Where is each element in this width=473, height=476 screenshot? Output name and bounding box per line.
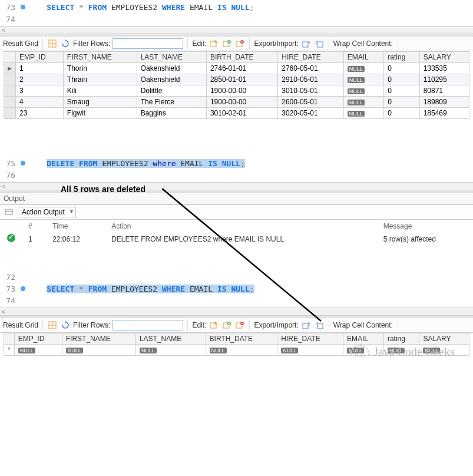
column-header[interactable]: SALARY	[419, 333, 469, 345]
cell[interactable]: NULL	[62, 345, 135, 356]
cell[interactable]: 1900-00-00	[206, 97, 277, 108]
code-line[interactable]: 73 SELECT * FROM EMPLOYEES2 WHERE EMAIL …	[0, 283, 473, 295]
cell[interactable]: Kili	[63, 85, 137, 97]
export-icon[interactable]	[301, 38, 312, 49]
cell[interactable]: 3	[16, 85, 64, 97]
cell[interactable]: Smaug	[63, 97, 137, 108]
table-row[interactable]: 3KiliDolittle1900-00-003010-05-01NULL080…	[4, 85, 469, 97]
sql-editor-2[interactable]: 75 DELETE FROM EMPLOYEES2 where EMAIL IS…	[0, 156, 473, 182]
table-row[interactable]: 4SmaugThe Fierce1900-00-002600-05-01NULL…	[4, 97, 469, 108]
column-header[interactable]: rating	[383, 333, 419, 345]
cell[interactable]: Figwit	[63, 108, 137, 119]
column-header[interactable]: EMAIL	[343, 52, 384, 63]
delete-row-icon[interactable]	[234, 320, 245, 330]
cell[interactable]: 0	[384, 85, 419, 97]
code-line[interactable]: 75 DELETE FROM EMPLOYEES2 where EMAIL IS…	[0, 157, 473, 169]
delete-row-icon[interactable]	[234, 38, 245, 49]
grid-view-icon[interactable]	[47, 320, 58, 330]
cell[interactable]: 185469	[419, 108, 469, 119]
cell[interactable]: NULL	[343, 74, 384, 85]
cell[interactable]: NULL	[343, 63, 384, 74]
code-line[interactable]: 72	[0, 271, 473, 283]
cell[interactable]: 2746-01-01	[206, 63, 277, 74]
cell[interactable]: 2	[16, 74, 64, 85]
hscrollbar-3[interactable]: <	[0, 308, 473, 316]
code-text[interactable]	[28, 273, 47, 282]
cell[interactable]: 110295	[419, 74, 469, 85]
column-header[interactable]: rating	[384, 52, 419, 63]
sql-editor-3[interactable]: 72 73 SELECT * FROM EMPLOYEES2 WHERE EMA…	[0, 270, 473, 308]
cell[interactable]: 1	[16, 63, 64, 74]
column-header[interactable]: LAST_NAME	[137, 52, 206, 63]
cell[interactable]: 4	[16, 97, 64, 108]
column-header[interactable]: HIRE_DATE	[278, 52, 343, 63]
column-header[interactable]: HIRE_DATE	[277, 333, 343, 345]
output-row[interactable]: 122:06:12DELETE FROM EMPLOYEES2 where EM…	[1, 233, 472, 245]
hscrollbar-1[interactable]: <	[0, 26, 473, 34]
cell[interactable]: 0	[384, 97, 419, 108]
column-header[interactable]: BIRTH_DATE	[206, 52, 277, 63]
column-header[interactable]: FIRST_NAME	[63, 52, 137, 63]
cell[interactable]: 2600-05-01	[278, 97, 343, 108]
add-row-icon[interactable]	[221, 320, 232, 330]
cell[interactable]: Oakenshield	[137, 74, 206, 85]
column-header[interactable]: BIRTH_DATE	[206, 333, 277, 345]
column-header[interactable]: EMAIL	[343, 333, 384, 345]
cell[interactable]: 2910-05-01	[278, 74, 343, 85]
cell[interactable]: NULL	[14, 345, 62, 356]
sql-editor-1[interactable]: 73 SELECT * FROM EMPLOYEES2 WHERE EMAIL …	[0, 0, 473, 26]
cell[interactable]: NULL	[343, 108, 384, 119]
cell[interactable]: 3010-05-01	[278, 85, 343, 97]
filter-rows-input[interactable]	[113, 320, 183, 330]
cell[interactable]: Thorin	[63, 63, 137, 74]
code-line[interactable]: 76	[0, 169, 473, 181]
refresh-icon[interactable]	[60, 38, 71, 49]
code-text[interactable]	[28, 296, 47, 305]
cell[interactable]: 0	[384, 63, 419, 74]
code-line[interactable]: 74	[0, 13, 473, 25]
edit-pencil-icon[interactable]	[209, 38, 219, 49]
output-mode-dropdown[interactable]: Action Output	[18, 207, 76, 217]
cell[interactable]: 80871	[419, 85, 469, 97]
cell[interactable]: 0	[384, 74, 419, 85]
cell[interactable]: Baggins	[137, 108, 206, 119]
table-row[interactable]: 23FigwitBaggins3010-02-013020-05-01NULL0…	[4, 108, 469, 119]
result-grid-1[interactable]: EMP_IDFIRST_NAMELAST_NAMEBIRTH_DATEHIRE_…	[4, 51, 469, 119]
table-row[interactable]: 2ThrainOakenshield2850-01-012910-05-01NU…	[4, 74, 469, 85]
refresh-icon[interactable]	[60, 320, 71, 330]
scroll-left-icon[interactable]: <	[0, 183, 7, 190]
code-text[interactable]	[28, 15, 47, 24]
cell[interactable]: NULL	[135, 345, 206, 356]
edit-pencil-icon[interactable]	[209, 320, 219, 330]
cell[interactable]: 3010-02-01	[206, 108, 277, 119]
code-line[interactable]: 73 SELECT * FROM EMPLOYEES2 WHERE EMAIL …	[0, 1, 473, 13]
cell[interactable]: The Fierce	[137, 97, 206, 108]
scroll-left-icon[interactable]: <	[0, 308, 7, 315]
export-icon[interactable]	[301, 320, 312, 330]
filter-rows-input[interactable]	[113, 38, 183, 49]
cell[interactable]: NULL	[206, 345, 277, 356]
breakpoint-icon[interactable]	[21, 286, 25, 291]
column-header[interactable]: EMP_ID	[16, 52, 64, 63]
cell[interactable]: 3020-05-01	[278, 108, 343, 119]
breakpoint-icon[interactable]	[21, 5, 25, 9]
breakpoint-icon[interactable]	[21, 161, 25, 166]
scroll-left-icon[interactable]: <	[0, 27, 7, 34]
output-icon[interactable]	[4, 207, 14, 217]
column-header[interactable]: EMP_ID	[14, 333, 62, 345]
cell[interactable]: 0	[384, 108, 419, 119]
cell[interactable]: 1900-00-00	[206, 85, 277, 97]
column-header[interactable]: LAST_NAME	[135, 333, 206, 345]
import-icon[interactable]	[314, 320, 325, 330]
cell[interactable]: NULL	[277, 345, 343, 356]
code-line[interactable]: 74	[0, 295, 473, 306]
cell[interactable]: NULL	[343, 85, 384, 97]
cell[interactable]: NULL	[343, 97, 384, 108]
cell[interactable]: 2850-01-01	[206, 74, 277, 85]
cell[interactable]: 2760-05-01	[278, 63, 343, 74]
code-text[interactable]	[28, 171, 47, 180]
code-text[interactable]: SELECT * FROM EMPLOYEES2 WHERE EMAIL IS …	[28, 285, 254, 293]
cell[interactable]: 189809	[419, 97, 469, 108]
cell[interactable]: Thrain	[63, 74, 137, 85]
code-text[interactable]: SELECT * FROM EMPLOYEES2 WHERE EMAIL IS …	[28, 3, 254, 12]
